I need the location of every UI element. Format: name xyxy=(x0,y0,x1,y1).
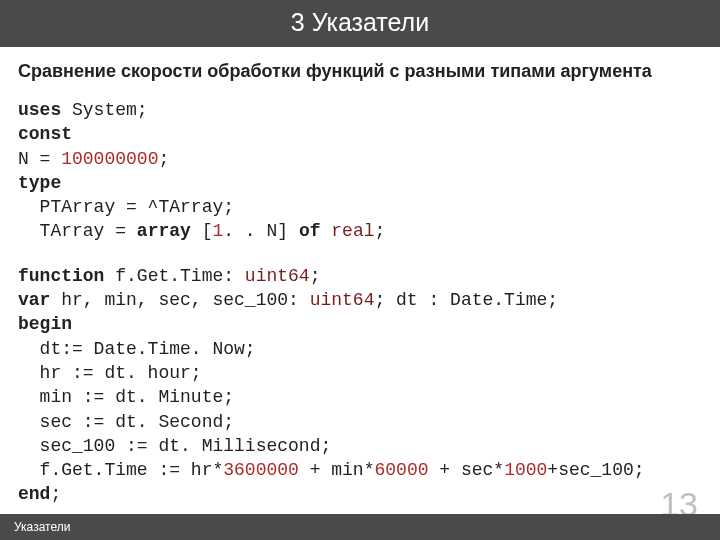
code-text: hr, min, sec, sec_100: xyxy=(50,290,309,310)
keyword: uses xyxy=(18,100,61,120)
footer-label: Указатели xyxy=(14,520,70,534)
code-text: ; xyxy=(50,484,61,504)
number-literal: 1 xyxy=(212,221,223,241)
code-text: sec_100 := dt. Millisecond; xyxy=(18,436,331,456)
code-text: ; xyxy=(310,266,321,286)
keyword: array xyxy=(137,221,191,241)
subtitle: Сравнение скорости обработки функций с р… xyxy=(18,61,702,82)
footer-bar: Указатели xyxy=(0,514,720,540)
code-text: PTArray = ^TArray; xyxy=(18,197,234,217)
code-text: ; dt : Date.Time; xyxy=(374,290,558,310)
type-name: uint64 xyxy=(310,290,375,310)
number-literal: 3600000 xyxy=(223,460,299,480)
keyword: function xyxy=(18,266,104,286)
number-literal: 1000 xyxy=(504,460,547,480)
code-text: + sec* xyxy=(429,460,505,480)
code-text: TArray = xyxy=(18,221,137,241)
code-text: . . N] xyxy=(223,221,299,241)
code-text: ; xyxy=(375,221,386,241)
keyword: end xyxy=(18,484,50,504)
code-text: [ xyxy=(191,221,213,241)
code-text: f.Get.Time := hr* xyxy=(18,460,223,480)
code-text: f.Get.Time: xyxy=(104,266,244,286)
number-literal: 100000000 xyxy=(61,149,158,169)
keyword: of xyxy=(299,221,321,241)
keyword: const xyxy=(18,124,72,144)
keyword: var xyxy=(18,290,50,310)
code-text xyxy=(321,221,332,241)
code-text: dt:= Date.Time. Now; xyxy=(18,339,256,359)
page-title: 3 Указатели xyxy=(291,8,429,36)
code-text: N = xyxy=(18,149,61,169)
keyword: type xyxy=(18,173,61,193)
code-text: sec := dt. Second; xyxy=(18,412,234,432)
code-text: min := dt. Minute; xyxy=(18,387,234,407)
title-bar: 3 Указатели xyxy=(0,0,720,47)
type-name: real xyxy=(331,221,374,241)
code-block-2: function f.Get.Time: uint64; var hr, min… xyxy=(18,264,702,507)
number-literal: 60000 xyxy=(374,460,428,480)
code-text: + min* xyxy=(299,460,375,480)
keyword: begin xyxy=(18,314,72,334)
code-text: +sec_100; xyxy=(547,460,644,480)
code-text: hr := dt. hour; xyxy=(18,363,202,383)
code-text: ; xyxy=(158,149,169,169)
code-block-1: uses System; const N = 100000000; type P… xyxy=(18,98,702,244)
code-text: System; xyxy=(61,100,147,120)
type-name: uint64 xyxy=(245,266,310,286)
